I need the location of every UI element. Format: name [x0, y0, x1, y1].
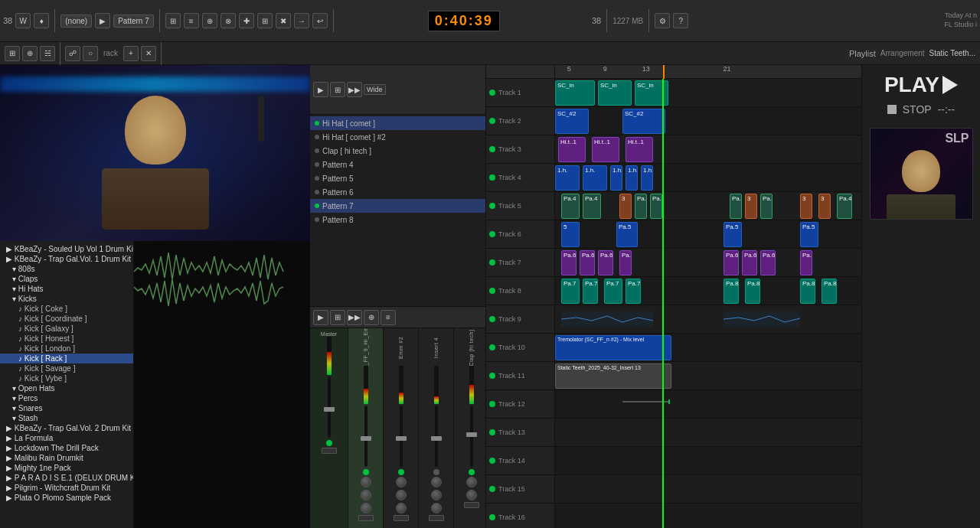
tb2-close[interactable]: + [123, 46, 139, 61]
ch4-knob[interactable] [466, 432, 477, 437]
block-t8-1[interactable]: Pa.7 [561, 279, 580, 304]
tree-item-snares[interactable]: ▾ Snares [0, 403, 133, 413]
block-t4-1[interactable]: 1.h. [555, 165, 580, 191]
stop-button[interactable]: STOP --:-- [887, 103, 955, 116]
block-t2-1[interactable]: SC_#2 [555, 109, 589, 134]
block-t6-2[interactable]: Pa.5 [616, 222, 638, 247]
pattern-item-5[interactable]: Pattern 6 [310, 185, 485, 199]
tree-item-kick-[-london-][interactable]: ♪ Kick [ London ] [0, 344, 133, 354]
mx-1[interactable]: ▶ [313, 310, 328, 325]
tree-item-kbeazy---trap-gal.vo[interactable]: ▶ KBeaZy - Trap Gal.Vol. 1 Drum Kit [0, 254, 133, 264]
block-t3-1[interactable]: Hi.t..1 [558, 137, 586, 162]
tree-item-kick-[-galaxy-][interactable]: ♪ Kick [ Galaxy ] [0, 324, 133, 334]
block-t3-2[interactable]: Hi.t..1 [592, 137, 619, 162]
tree-item-open-hats[interactable]: ▾ Open Hats [0, 383, 133, 393]
tb-icon-2[interactable]: ≡ [184, 13, 199, 28]
tree-item-plata-o-plomo-sample[interactable]: ▶ Plata O Plomo Sample Pack [0, 493, 133, 503]
block-t5-5[interactable]: Pa.4 [650, 194, 662, 219]
ph-3[interactable]: ▶▶ [347, 82, 362, 97]
tree-item-kbeazy---souled-up-v[interactable]: ▶ KBeaZy - Souled Up Vol 1 Drum Kit [0, 244, 133, 254]
tb2-x[interactable]: ✕ [141, 46, 156, 61]
block-t7-6[interactable]: Pa.6 [742, 250, 757, 275]
block-t5-10[interactable]: 3 [818, 194, 831, 219]
pattern-item-0[interactable]: Hi Hat [ comet ] [310, 116, 485, 130]
block-t7-2[interactable]: Pa.6 [580, 250, 595, 275]
tb2-5[interactable]: ○ [83, 46, 98, 61]
tree-item-kick-[-coordinate-][interactable]: ♪ Kick [ Coordinate ] [0, 314, 133, 324]
block-t7-4[interactable]: Pa.6 [619, 250, 632, 275]
block-t6-3[interactable]: Pa.5 [724, 222, 742, 247]
ch1-route[interactable] [358, 515, 374, 521]
ch3-send1[interactable] [431, 477, 442, 487]
pattern-btn[interactable]: Pattern 7 [113, 15, 154, 28]
block-t1-2[interactable]: SC_in [598, 80, 632, 106]
tb2-2[interactable]: ⊕ [22, 46, 38, 61]
tree-item-kick-[-vybe-][interactable]: ♪ Kick [ Vybe ] [0, 373, 133, 383]
help-btn[interactable]: ? [673, 13, 688, 28]
tree-item-claps[interactable]: ▾ Claps [0, 274, 133, 284]
block-t7-5[interactable]: Pa.6 [724, 250, 739, 275]
pattern-item-6[interactable]: Pattern 7 [310, 199, 485, 213]
tb-icon-1[interactable]: ⊞ [165, 13, 181, 28]
tree-item-hi-hats[interactable]: ▾ Hi Hats [0, 284, 133, 294]
block-t4-5[interactable]: 1.h. [641, 165, 653, 191]
arrow-btn[interactable]: ▶ [95, 13, 110, 28]
tree-item-pilgrim---witchcraft[interactable]: ▶ Pilgrim - Witchcraft Drum Kit [0, 483, 133, 493]
tree-item-p-a-r-a-d-i-s-e.1-(d[interactable]: ▶ P A R A D I S E.1 (DELUX DRUM KIT) [0, 473, 133, 483]
tree-item-lockdown-the-drill-p[interactable]: ▶ Lockdown The Drill Pack [0, 443, 133, 453]
master-fader-knob[interactable] [324, 407, 335, 412]
ph-1[interactable]: ▶ [313, 82, 328, 97]
block-t8-5[interactable]: Pa.8 [724, 279, 739, 304]
tree-item-808s[interactable]: ▾ 808s [0, 264, 133, 274]
play-button[interactable]: PLAY [884, 73, 958, 97]
ch4-route[interactable] [464, 502, 479, 508]
block-t6-4[interactable]: Pa.5 [800, 222, 818, 247]
ch3-route[interactable] [429, 515, 444, 521]
pattern-item-1[interactable]: Hi Hat [ comet ] #2 [310, 130, 485, 144]
settings-btn[interactable]: ⚙ [655, 13, 670, 28]
block-t4-2[interactable]: 1.h. [583, 165, 607, 191]
tree-item-malibu-rain-drumkit[interactable]: ▶ Malibu Rain Drumkit [0, 453, 133, 463]
ch1-send3[interactable] [361, 503, 371, 513]
block-t1-1[interactable]: SC_in [555, 80, 595, 106]
master-route-btn[interactable] [322, 448, 337, 454]
block-t8-3[interactable]: Pa.7 [604, 279, 622, 304]
block-t7-8[interactable]: Pa.6 [800, 250, 812, 275]
tb2-1[interactable]: ⊞ [5, 46, 20, 61]
tb-icon-7[interactable]: ✖ [276, 13, 291, 28]
block-t8-2[interactable]: Pa.7 [583, 279, 598, 304]
block-t5-4[interactable]: Pa.4 [635, 194, 647, 219]
tree-item-kick-[-honest-][interactable]: ♪ Kick [ Honest ] [0, 334, 133, 344]
block-t4-3[interactable]: 1.h. [610, 165, 622, 191]
mx-5[interactable]: ≡ [381, 310, 396, 325]
pattern-item-4[interactable]: Pattern 5 [310, 171, 485, 185]
block-t11-static[interactable]: Static Teeth_2025_40-32_Insert 13 [555, 363, 671, 389]
ch4-send1[interactable] [466, 477, 477, 487]
block-t8-7[interactable]: Pa.8 [800, 279, 815, 304]
block-t7-1[interactable]: Pa.6 [561, 250, 577, 275]
block-t3-3[interactable]: Hi.t..1 [626, 137, 653, 162]
ch2-send2[interactable] [396, 490, 407, 500]
block-t5-2[interactable]: Pa.4 [583, 194, 601, 219]
block-t10-tremolator[interactable]: Tremolator (SC_FF_n #2) - Mix level [555, 335, 671, 360]
ch2-knob[interactable] [396, 436, 407, 441]
ch2-route[interactable] [394, 515, 409, 521]
block-t2-2[interactable]: SC_#2 [622, 109, 665, 134]
ch1-send2[interactable] [361, 490, 371, 500]
tree-item-stash[interactable]: ▾ Stash [0, 413, 133, 423]
block-t5-11[interactable]: Pa.4 [837, 194, 852, 219]
toolbar-btn-2[interactable]: ♦ [34, 13, 49, 28]
tb-icon-5[interactable]: ✚ [239, 13, 254, 28]
tb-icon-6[interactable]: ⊞ [257, 13, 273, 28]
block-t5-8[interactable]: Pa.4 [760, 194, 773, 219]
pattern-item-7[interactable]: Pattern 8 [310, 213, 485, 227]
tb2-4[interactable]: ☍ [65, 46, 80, 61]
ch4-send2[interactable] [466, 490, 477, 500]
mx-3[interactable]: ▶▶ [347, 310, 362, 325]
tree-item-kbeazy---trap-gal.vo[interactable]: ▶ KBeaZy - Trap Gal.Vol. 2 Drum Kit [0, 423, 133, 433]
pattern-item-3[interactable]: Pattern 4 [310, 158, 485, 171]
tree-item-kick-[-coke-][interactable]: ♪ Kick [ Coke ] [0, 304, 133, 314]
ch1-knob[interactable] [361, 436, 371, 441]
ch3-send2[interactable] [431, 490, 442, 500]
tree-item-mighty-1ne-pack[interactable]: ▶ Mighty 1ne Pack [0, 463, 133, 473]
